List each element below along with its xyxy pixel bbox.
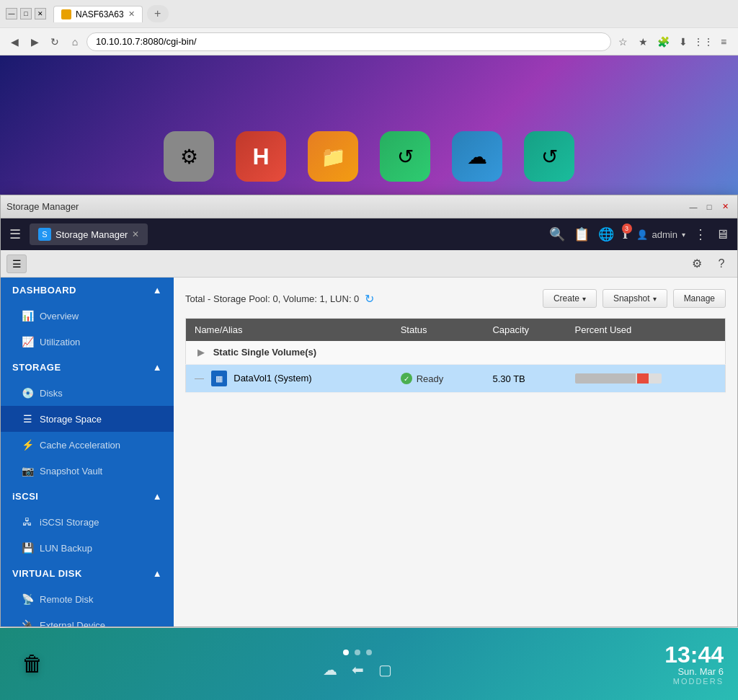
volume-name-label: DataVol1 (System)	[234, 373, 311, 384]
nas-window-title: Storage Manager	[6, 201, 79, 212]
sidebar-item-snapshot-vault[interactable]: 📷 Snapshot Vault	[1, 458, 174, 484]
clock-date: Sun. Mar 6	[664, 666, 724, 677]
sidebar-item-disks[interactable]: 💿 Disks	[1, 380, 174, 406]
desktop-icon-refresh[interactable]: ↺	[524, 131, 574, 182]
table-row-group[interactable]: ▶ Static Single Volume(s)	[186, 341, 726, 365]
user-menu-chevron: ▾	[682, 231, 685, 239]
more-options-icon[interactable]: ⋮	[694, 226, 707, 242]
table-row-volume[interactable]: — ▦ DataVol1 (System) ✓ Ready 5.30 TB	[186, 365, 726, 393]
clock-time: 13:44	[664, 643, 724, 666]
remote-disk-label: Remote Disk	[40, 594, 93, 605]
win-minimize-btn[interactable]: —	[6, 8, 17, 19]
brand-logo: MODDERS	[664, 677, 724, 686]
nas-maximize-btn[interactable]: □	[703, 200, 716, 213]
star-icon[interactable]: ★	[634, 33, 652, 50]
sidebar-item-overview[interactable]: 📊 Overview	[1, 303, 174, 329]
sidebar-section-virtual-disk-header[interactable]: VIRTUAL DISK ▲	[1, 561, 174, 586]
nav-home-btn[interactable]: ⌂	[66, 33, 84, 50]
cache-acceleration-label: Cache Acceleration	[40, 440, 120, 451]
nas-win-controls: — □ ✕	[687, 200, 732, 213]
nas-close-btn[interactable]: ✕	[719, 200, 732, 213]
sidebar-section-iscsi-header[interactable]: iSCSI ▲	[1, 484, 174, 509]
desktop-icon-h[interactable]: H	[236, 131, 286, 182]
content-refresh-icon[interactable]: ↻	[365, 292, 374, 306]
content-header: Total - Storage Pool: 0, Volume: 1, LUN:…	[185, 289, 726, 308]
desktop-icon-cloud[interactable]: ☁	[452, 131, 502, 182]
address-bar[interactable]	[86, 32, 611, 51]
sidebar-item-external-device[interactable]: 🔌 External Device	[1, 612, 174, 626]
monitor-icon[interactable]: 🖥	[716, 227, 729, 242]
menu-icon[interactable]: ≡	[715, 33, 732, 50]
capacity-fill	[575, 373, 636, 384]
download-icon[interactable]: ⬇	[675, 33, 692, 50]
recycle-bin[interactable]: 🗑	[14, 646, 50, 682]
browser-toolbar: ◀ ▶ ↻ ⌂ ☆ ★ 🧩 ⬇ ⋮⋮ ≡	[0, 27, 738, 55]
sidebar-item-remote-disk[interactable]: 📡 Remote Disk	[1, 586, 174, 612]
sidebar-item-lun-backup[interactable]: 💾 LUN Backup	[1, 535, 174, 561]
taskbar-cloud-icon[interactable]: ☁	[323, 661, 337, 678]
volume-dash-icon: —	[195, 373, 204, 384]
log-icon[interactable]: 📋	[574, 226, 590, 242]
taskbar-window-icon[interactable]: ▢	[378, 661, 392, 678]
sidebar-item-iscsi-storage[interactable]: 🖧 iSCSI Storage	[1, 509, 174, 535]
help-icon[interactable]: ?	[711, 254, 732, 273]
nav-back-btn[interactable]: ◀	[6, 33, 23, 50]
manage-btn[interactable]: Manage	[673, 289, 726, 308]
group-label: ▶ Static Single Volume(s)	[186, 341, 726, 365]
win-close-btn[interactable]: ✕	[35, 8, 46, 19]
sidebar-item-cache-acceleration[interactable]: ⚡ Cache Acceleration	[1, 432, 174, 458]
win-maximize-btn[interactable]: □	[20, 8, 32, 19]
nav-reload-btn[interactable]: ↻	[46, 33, 63, 50]
user-icon: 👤	[636, 229, 648, 240]
volume-name-cell: — ▦ DataVol1 (System)	[186, 365, 392, 393]
nas-toolbar-left: ☰	[6, 254, 27, 273]
volume-status: ✓ Ready	[401, 373, 476, 384]
notification-icon[interactable]: ℹ 3	[623, 226, 628, 242]
taskbar: 🗑 ☁ ⬅ ▢ 13:44 Sun. Mar 6 MODDERS	[0, 628, 738, 700]
recycle-bin-icon: 🗑	[22, 652, 43, 676]
user-menu-btn[interactable]: 👤 admin ▾	[636, 229, 685, 240]
apps-icon[interactable]: ⋮⋮	[695, 33, 712, 50]
desktop-icon-gear[interactable]: ⚙	[164, 131, 214, 182]
desktop-icon-sync[interactable]: ↺	[380, 131, 430, 182]
volume-percent-cell	[566, 365, 726, 393]
extension-icon[interactable]: 🧩	[654, 33, 672, 50]
new-tab-btn[interactable]: +	[147, 5, 169, 22]
col-status: Status	[392, 319, 484, 342]
hamburger-btn[interactable]: ☰	[9, 226, 21, 242]
storage-manager-tab[interactable]: S Storage Manager ✕	[30, 223, 148, 245]
nas-toolbar-right: ⚙ ?	[687, 254, 732, 273]
storage-space-icon: ☰	[21, 412, 34, 425]
sidebar-toggle-btn[interactable]: ☰	[6, 254, 27, 273]
settings-icon[interactable]: ⚙	[687, 254, 707, 273]
browser-titlebar: — □ ✕ NASF63A63 ✕ +	[0, 0, 738, 27]
sidebar-item-utilization[interactable]: 📈 Utilization	[1, 329, 174, 355]
desktop-icon-folder[interactable]: 📁	[308, 131, 358, 182]
tab-close-btn[interactable]: ✕	[128, 9, 135, 19]
browser-tab[interactable]: NASF63A63 ✕	[53, 6, 143, 22]
volume-icon: ▦	[211, 371, 227, 386]
sidebar-section-storage-header[interactable]: STORAGE ▲	[1, 355, 174, 380]
nav-forward-btn[interactable]: ▶	[26, 33, 43, 50]
page-dot-2[interactable]	[355, 650, 360, 655]
snapshot-btn[interactable]: Snapshot	[603, 289, 667, 308]
sidebar-section-dashboard: DASHBOARD ▲ 📊 Overview 📈 Utilization	[1, 278, 174, 355]
storage-manager-tab-close[interactable]: ✕	[132, 229, 139, 239]
taskbar-back-icon[interactable]: ⬅	[352, 661, 364, 678]
search-icon[interactable]: 🔍	[549, 226, 565, 242]
nas-toolbar: ☰ ⚙ ?	[1, 250, 737, 278]
sidebar-section-virtual-disk: VIRTUAL DISK ▲ 📡 Remote Disk 🔌 External …	[1, 561, 174, 626]
network-icon[interactable]: 🌐	[598, 226, 614, 242]
sidebar-item-storage-space[interactable]: ☰ Storage Space	[1, 406, 174, 432]
table-body: ▶ Static Single Volume(s) — ▦ DataVol1 (…	[186, 341, 726, 393]
capacity-marker	[637, 373, 649, 384]
page-dot-1[interactable]	[343, 650, 349, 655]
page-dot-3[interactable]	[366, 650, 372, 655]
sidebar-section-dashboard-header[interactable]: DASHBOARD ▲	[1, 278, 174, 303]
create-btn[interactable]: Create	[543, 289, 597, 308]
nas-app-header: ☰ S Storage Manager ✕ 🔍 📋 🌐 ℹ 3 👤 admin …	[1, 218, 737, 250]
volume-capacity-label: 5.30 TB	[492, 373, 525, 384]
bookmark-icon[interactable]: ☆	[614, 33, 631, 50]
nas-minimize-btn[interactable]: —	[687, 200, 700, 213]
volume-status-label: Ready	[417, 373, 444, 384]
